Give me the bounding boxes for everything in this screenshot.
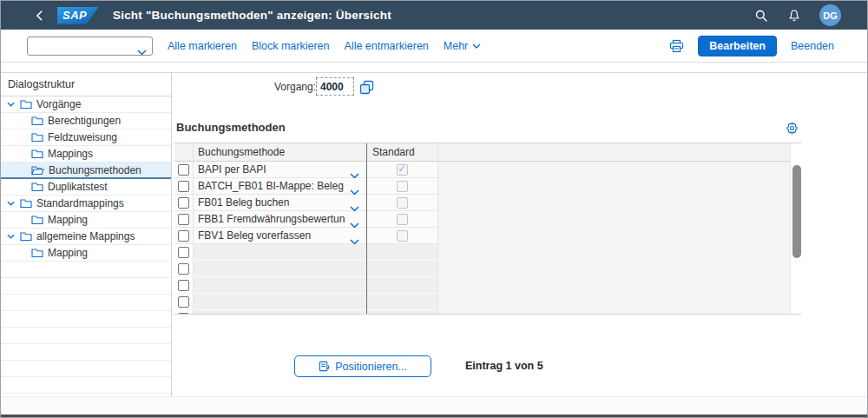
sidebar-item-label: Mapping (48, 247, 88, 259)
sap-logo-text: SAP (62, 9, 87, 22)
sidebar-title: Dialogstruktur (1, 73, 171, 96)
sidebar-item-standardmappings[interactable]: Standardmappings (1, 196, 171, 212)
row-select-checkbox[interactable] (178, 313, 189, 315)
tree-empty-row (1, 344, 171, 361)
folder-icon (31, 149, 43, 159)
methode-cell[interactable]: BAPI per BAPI (193, 162, 366, 177)
select-all-button[interactable]: Alle markieren (168, 40, 237, 52)
section-title: Buchungsmethoden (176, 121, 286, 134)
sap-window: SAP Sicht "Buchungsmethoden" anzeigen: Ü… (0, 0, 868, 418)
toolbar: Alle markieren Block markieren Alle entm… (1, 30, 867, 63)
tree-empty-row (1, 328, 171, 344)
methode-value: FBV1 Beleg vorerfassen (198, 229, 311, 242)
copy-icon[interactable] (358, 78, 375, 96)
more-label: Mehr (444, 40, 468, 52)
sidebar-item-buchungsmethoden[interactable]: Buchungsmethoden (1, 163, 171, 179)
vertical-scrollbar[interactable] (790, 143, 801, 314)
table-row: FB01 Beleg buchen (174, 195, 437, 211)
table-row: FBV1 Beleg vorerfassen (174, 228, 437, 244)
gear-icon[interactable] (786, 122, 799, 138)
chevron-down-icon[interactable] (7, 102, 17, 107)
content-area: Dialogstruktur Vorgänge Berechtigungen F… (1, 72, 867, 396)
sidebar-item-label: Buchungsmethoden (49, 164, 141, 176)
folder-icon (31, 132, 43, 143)
entry-status: Eintrag 1 von 5 (465, 360, 543, 372)
select-block-button[interactable]: Block markieren (252, 40, 330, 52)
sidebar-item-mappings[interactable]: Mappings (1, 146, 171, 163)
tree-empty-row (1, 278, 171, 295)
exit-button[interactable]: Beenden (791, 40, 834, 52)
table-body: BAPI per BAPI BATCH_FB01 BI-Mappe: Beleg… (174, 162, 790, 314)
standard-checkbox[interactable] (397, 214, 408, 225)
tree-empty-row (1, 295, 171, 311)
chevron-down-icon[interactable] (7, 201, 17, 206)
folder-icon (31, 182, 43, 192)
vorgang-label: Vorgang: (274, 81, 316, 93)
sidebar-item-label: Vorgänge (36, 98, 81, 110)
command-input[interactable] (31, 38, 131, 54)
methode-cell[interactable]: BATCH_FB01 BI-Mappe: Beleg buc... (193, 178, 366, 194)
sidebar-item-label: Mapping (48, 214, 88, 226)
scrollbar-thumb[interactable] (792, 165, 801, 258)
standard-checkbox[interactable] (397, 230, 408, 242)
print-icon[interactable] (669, 39, 684, 53)
table-empty-row (174, 294, 437, 310)
row-select-checkbox[interactable] (178, 181, 189, 192)
sidebar-item-duplikatstest[interactable]: Duplikatstest (1, 179, 171, 196)
folder-icon (31, 248, 43, 258)
shell-actions: DG (753, 4, 867, 26)
sidebar-item-label: Standardmappings (36, 197, 124, 209)
methode-cell[interactable]: FBB1 Fremdwährungsbewertung bu... (193, 211, 366, 227)
methode-cell[interactable]: FBV1 Beleg vorerfassen (193, 228, 366, 243)
column-header-standard[interactable]: Standard (372, 146, 415, 158)
row-select-checkbox[interactable] (178, 214, 189, 225)
table-empty-row (174, 244, 437, 261)
table-empty-row (174, 261, 437, 277)
sidebar-item-mapping-1[interactable]: Mapping (1, 212, 171, 229)
row-select-checkbox[interactable] (178, 247, 189, 258)
tree-empty-row (1, 361, 171, 377)
tree-empty-row (1, 311, 171, 328)
search-icon[interactable] (753, 8, 769, 23)
folder-icon (31, 215, 43, 225)
command-combobox[interactable] (27, 36, 153, 56)
row-select-checkbox[interactable] (178, 280, 189, 291)
chevron-down-icon[interactable] (137, 43, 147, 59)
methode-cell[interactable]: FB01 Beleg buchen (193, 195, 366, 210)
row-select-checkbox[interactable] (178, 164, 189, 176)
chevron-left-icon (34, 10, 46, 22)
more-menu-button[interactable]: Mehr (444, 40, 481, 52)
sidebar-item-label: Mappings (48, 148, 93, 160)
row-select-checkbox[interactable] (178, 230, 189, 242)
sidebar-item-berechtigungen[interactable]: Berechtigungen (1, 113, 171, 129)
row-select-checkbox[interactable] (178, 197, 189, 209)
standard-checkbox[interactable] (397, 164, 408, 176)
table-row: BAPI per BAPI (174, 162, 437, 178)
back-button[interactable] (27, 10, 53, 22)
sidebar-item-vorgaenge[interactable]: Vorgänge (1, 96, 171, 113)
sidebar-item-feldzuweisung[interactable]: Feldzuweisung (1, 129, 171, 146)
position-button[interactable]: Positionieren... (294, 355, 431, 377)
methode-value: BATCH_FB01 BI-Mappe: Beleg buc... (198, 180, 345, 192)
sidebar-item-mapping-2[interactable]: Mapping (1, 245, 171, 262)
edit-button[interactable]: Bearbeiten (698, 36, 777, 56)
row-select-checkbox[interactable] (178, 263, 189, 275)
column-header-buchungsmethode[interactable]: Buchungsmethode (198, 146, 285, 158)
main-panel: Vorgang: 4000 Buchungsmethoden Buchungsm… (172, 73, 867, 396)
row-select-checkbox[interactable] (178, 296, 189, 308)
bell-icon[interactable] (786, 8, 802, 23)
deselect-all-button[interactable]: Alle entmarkieren (345, 40, 429, 52)
folder-icon (20, 99, 32, 109)
position-button-label: Positionieren... (335, 361, 407, 373)
chevron-down-icon[interactable] (7, 234, 17, 239)
table-row: BATCH_FB01 BI-Mappe: Beleg buc... (174, 178, 437, 195)
standard-checkbox[interactable] (397, 197, 408, 209)
standard-checkbox[interactable] (397, 181, 408, 192)
vorgang-field[interactable]: 4000 (316, 77, 354, 96)
avatar[interactable]: DG (819, 4, 841, 26)
tree-empty-row (1, 262, 171, 278)
shell-header: SAP Sicht "Buchungsmethoden" anzeigen: Ü… (1, 1, 867, 30)
sidebar-item-allgemeine-mappings[interactable]: allgemeine Mappings (1, 229, 171, 245)
chevron-down-icon (472, 43, 481, 49)
window-bottom-edge (1, 415, 867, 417)
